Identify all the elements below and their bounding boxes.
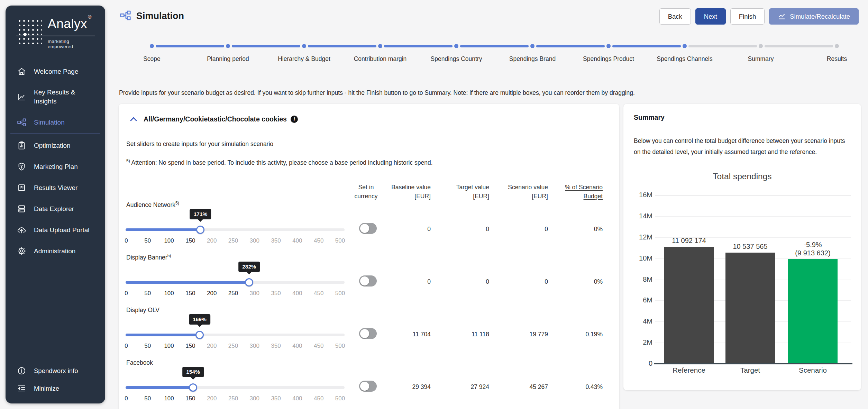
- sidebar-item-minimize[interactable]: Minimize: [6, 380, 105, 397]
- sidebar-item-optimization[interactable]: Optimization: [6, 135, 105, 156]
- sidebar: Analyx® marketing empowered Welcome Page…: [6, 6, 105, 403]
- slider-scale-tick: 250: [223, 290, 244, 297]
- slider-scale-tick: 200: [201, 290, 222, 297]
- target-value: 27 924: [430, 383, 489, 391]
- bar-value-label: -5.9%(9 913 632): [774, 240, 851, 257]
- chart-line-icon: [17, 92, 26, 102]
- step-label-contribution-margin: Contribution margin: [342, 55, 418, 63]
- slider-scale-tick: 450: [308, 237, 329, 244]
- slider-handle[interactable]: [195, 331, 204, 339]
- slider-scale-tick: 450: [308, 290, 329, 297]
- sidebar-item-welcome-page[interactable]: Welcome Page: [6, 61, 105, 82]
- step-dot-spendings-product[interactable]: [606, 44, 611, 48]
- sitemap-icon: [17, 118, 26, 127]
- slider-track[interactable]: [126, 334, 345, 336]
- scenario-value: 19 779: [489, 331, 548, 338]
- sidebar-item-spendworx-info[interactable]: Spendworx info: [6, 362, 105, 380]
- page-description: Provide inputs for your scenario budget …: [119, 89, 811, 97]
- slider-handle[interactable]: [189, 383, 197, 392]
- slider-track[interactable]: [126, 386, 345, 389]
- sidebar-item-key-results-insights[interactable]: Key Results & Insights: [6, 82, 105, 112]
- sidebar-item-data-explorer[interactable]: Data Explorer: [6, 198, 105, 219]
- slider-scale-tick: 450: [308, 343, 329, 349]
- brand-tagline: marketing empowered: [48, 39, 95, 49]
- target-value: 11 118: [430, 331, 489, 338]
- step-segment: [308, 45, 376, 47]
- scenario-panel: All/Germany/Cookietastic/Chocolate cooki…: [119, 104, 619, 409]
- step-label-summary: Summary: [723, 55, 799, 63]
- slider-row-audience-network: Audience Network5)171%050100150200250300…: [119, 197, 619, 249]
- slider-handle[interactable]: [245, 278, 253, 287]
- slider-scale-tick: 300: [244, 290, 265, 297]
- slider-scale-tick: 350: [266, 395, 286, 402]
- slider-scale-tick: 50: [137, 290, 158, 297]
- slider-handle[interactable]: [196, 226, 204, 234]
- info-icon: [17, 366, 26, 375]
- slider-scale-tick: 0: [116, 237, 137, 244]
- logo-dot-grid: [17, 18, 42, 44]
- slider-value-tooltip: 171%: [190, 209, 211, 219]
- page-header: Simulation: [120, 10, 184, 22]
- step-dot-spendings-brand[interactable]: [530, 44, 534, 48]
- step-dot-spendings-country[interactable]: [454, 44, 458, 48]
- sitemap-icon: [120, 10, 131, 22]
- slider-scale-tick: 400: [287, 290, 308, 297]
- baseline-value: 0: [372, 278, 431, 285]
- database-icon: [17, 204, 26, 213]
- scenario-value: 0: [489, 226, 548, 233]
- x-axis-category-label: Target: [715, 366, 785, 374]
- slider-scale-tick: 200: [201, 343, 222, 349]
- sidebar-spacer: [6, 262, 105, 353]
- step-dot-spendings-channels[interactable]: [683, 44, 687, 48]
- back-button[interactable]: Back: [659, 8, 691, 25]
- slider-track[interactable]: [126, 228, 345, 231]
- sidebar-item-simulation[interactable]: Simulation: [6, 112, 105, 133]
- simulate-recalculate-button[interactable]: Simulate/Recalculate: [769, 8, 859, 25]
- slider-scale-tick: 0: [116, 395, 137, 402]
- next-button[interactable]: Next: [695, 8, 726, 25]
- slider-scale-tick: 150: [180, 395, 201, 402]
- sidebar-footer: Spendworx infoMinimize: [6, 362, 105, 397]
- step-label-spendings-channels: Spendings Channels: [647, 55, 723, 63]
- chevron-up-icon: [128, 114, 139, 125]
- slider-value-tooltip: 154%: [182, 367, 204, 377]
- sidebar-item-data-upload-portal[interactable]: Data Upload Portal: [6, 219, 105, 240]
- sidebar-item-results-viewer[interactable]: Results Viewer: [6, 177, 105, 198]
- step-dot-planning-period[interactable]: [226, 44, 230, 48]
- shield-currency-icon: [17, 162, 26, 171]
- target-value: 0: [430, 226, 489, 233]
- toggle-knob: [360, 276, 369, 285]
- sidebar-item-marketing-plan[interactable]: Marketing Plan: [6, 156, 105, 177]
- slider-scale-tick: 400: [287, 395, 308, 402]
- slider-scale-tick: 450: [308, 395, 329, 402]
- slider-scale-tick: 250: [223, 237, 244, 244]
- gear-icon: [17, 246, 26, 256]
- attention-note: 5) Attention: No spend in base period. T…: [126, 158, 433, 166]
- step-dot-summary[interactable]: [759, 44, 763, 48]
- registered-mark: ®: [88, 14, 92, 20]
- step-label-spendings-product: Spendings Product: [570, 55, 647, 63]
- target-value: 0: [430, 278, 489, 285]
- summary-title: Summary: [634, 113, 665, 121]
- step-dot-contribution-margin[interactable]: [378, 44, 382, 48]
- sidebar-item-label: Key Results & Insights: [34, 88, 98, 106]
- pct-of-scenario-budget: 0%: [544, 226, 603, 233]
- y-axis-tick-label: 16M: [625, 191, 652, 199]
- finish-button[interactable]: Finish: [730, 8, 765, 25]
- slider-fill: [126, 386, 193, 389]
- panel-title: All/Germany/Cookietastic/Chocolate cooki…: [144, 115, 298, 123]
- sidebar-item-administration[interactable]: Administration: [6, 240, 105, 262]
- slider-fill: [126, 228, 200, 231]
- slider-scale-tick: 250: [223, 395, 244, 402]
- slider-track[interactable]: [126, 281, 345, 284]
- info-icon[interactable]: i: [291, 116, 298, 123]
- sidebar-item-label: Administration: [34, 247, 75, 256]
- summary-panel: Summary Below you can control the total …: [623, 104, 861, 390]
- collapse-panel-button[interactable]: [128, 114, 139, 125]
- panel-subtitle: Set sliders to create inputs for your si…: [126, 140, 273, 148]
- step-dot-hierarchy-budget[interactable]: [302, 44, 306, 48]
- step-dot-results[interactable]: [835, 44, 839, 48]
- step-dot-scope[interactable]: [150, 44, 154, 48]
- step-label-spendings-country: Spendings Country: [418, 55, 494, 63]
- step-label-hierarchy-budget: Hierarchy & Budget: [266, 55, 342, 63]
